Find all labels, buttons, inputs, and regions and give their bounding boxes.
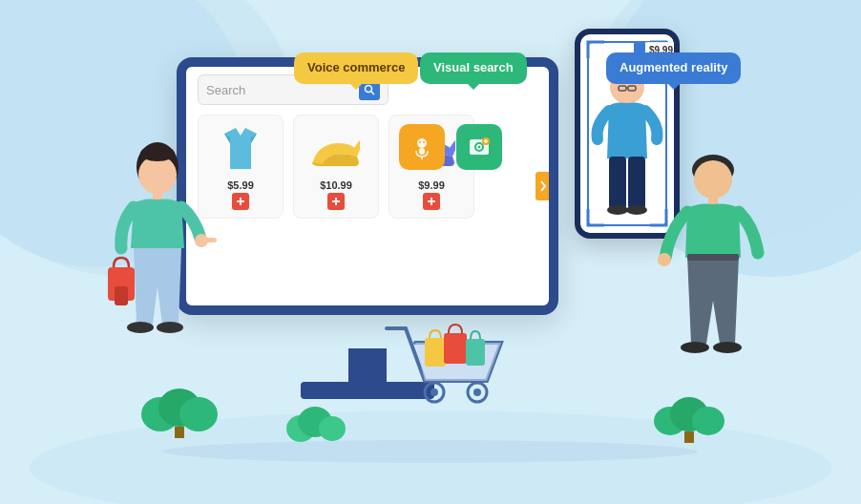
tshirt-image [212,123,269,176]
svg-rect-53 [687,254,739,261]
monitor: Search [177,57,578,353]
bubble-visual: Visual search [420,52,527,84]
svg-rect-13 [428,200,435,202]
search-placeholder: Search [206,83,359,97]
product-card-heel1: $10.99 [293,115,379,219]
bush-center-left [286,395,344,452]
svg-rect-64 [175,427,184,438]
svg-rect-32 [609,157,626,209]
heel1-image [307,123,365,176]
svg-point-56 [430,388,438,396]
svg-point-52 [713,342,742,353]
svg-rect-46 [115,286,128,305]
svg-rect-59 [444,333,467,364]
svg-rect-42 [205,238,217,242]
svg-point-71 [319,416,346,441]
svg-point-3 [366,86,372,93]
svg-point-63 [179,397,218,431]
main-scene: Search [0,0,861,504]
svg-point-34 [607,205,628,215]
price-heel2: $9.99 [397,179,466,191]
svg-point-22 [478,146,481,149]
svg-point-51 [681,342,709,353]
price-tshirt: $5.99 [206,179,275,191]
svg-point-17 [419,141,421,143]
bubble-ar: Augmented reality [606,52,741,84]
monitor-screen: Search [177,57,558,315]
bush-right [656,381,723,447]
ground-shadow [144,437,717,466]
svg-line-4 [371,92,375,95]
svg-rect-58 [425,338,446,367]
person-left [100,138,215,371]
shopping-cart [372,314,506,432]
svg-point-40 [140,146,175,161]
voice-icon-button[interactable] [399,124,445,170]
svg-point-43 [127,322,154,333]
svg-point-50 [658,253,671,266]
add-to-cart-tshirt[interactable] [232,193,249,210]
screen-content: Search [186,67,549,305]
visual-icon-button[interactable] [456,124,502,170]
svg-rect-9 [237,200,244,202]
add-to-cart-heel2[interactable] [423,193,440,210]
svg-marker-5 [224,128,257,169]
svg-point-67 [692,407,724,435]
svg-point-57 [473,388,481,396]
svg-rect-33 [628,157,645,209]
svg-point-44 [157,322,183,333]
price-heel1: $10.99 [302,179,370,191]
person-right [651,143,775,386]
screen-arrow [536,172,551,200]
svg-point-35 [626,205,647,215]
add-to-cart-heel1[interactable] [327,193,345,210]
svg-rect-60 [466,339,485,366]
svg-point-72 [163,440,698,463]
bubble-voice: Voice commerce [294,52,418,84]
svg-rect-11 [332,200,340,202]
bush-left [141,371,218,442]
svg-point-48 [694,160,732,199]
svg-point-14 [417,138,427,148]
svg-point-18 [423,141,425,143]
svg-rect-68 [684,431,694,443]
svg-rect-15 [419,148,425,155]
